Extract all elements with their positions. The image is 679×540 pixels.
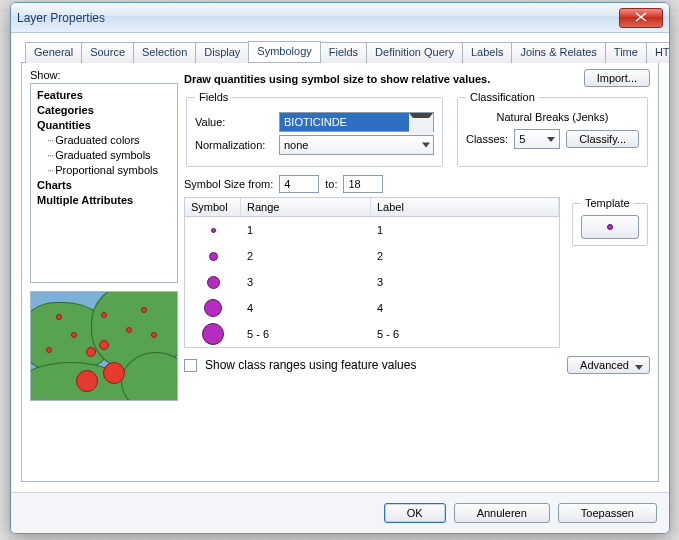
template-symbol-icon (607, 224, 613, 230)
show-group-multiple-attributes[interactable]: Multiple Attributes (37, 193, 171, 208)
tab-symbology[interactable]: Symbology (248, 41, 320, 62)
table-row[interactable]: 5 - 65 - 6 (185, 321, 559, 347)
col-range[interactable]: Range (241, 198, 371, 216)
show-item-proportional-symbols[interactable]: Proportional symbols (37, 163, 171, 178)
fields-legend: Fields (195, 91, 232, 103)
tab-html-popup[interactable]: HTML Popup (646, 42, 670, 63)
tab-time[interactable]: Time (605, 42, 647, 63)
normalization-label: Normalization: (195, 139, 273, 151)
tab-display[interactable]: Display (195, 42, 249, 63)
close-button[interactable] (619, 8, 663, 28)
symbol-icon (211, 228, 216, 233)
cancel-button[interactable]: Annuleren (454, 503, 550, 523)
tab-definition-query[interactable]: Definition Query (366, 42, 463, 63)
advanced-button[interactable]: Advanced (567, 356, 650, 374)
range-cell: 2 (241, 250, 371, 262)
value-combo-text: BIOTICINDE (284, 116, 347, 128)
window-title: Layer Properties (17, 11, 619, 25)
template-legend: Template (581, 197, 634, 209)
show-item-graduated-colors[interactable]: Graduated colors (37, 133, 171, 148)
tab-general[interactable]: General (25, 42, 82, 63)
tab-joins-relates[interactable]: Joins & Relates (511, 42, 605, 63)
show-group-features[interactable]: Features (37, 88, 171, 103)
range-cell: 3 (241, 276, 371, 288)
classification-method: Natural Breaks (Jenks) (466, 111, 639, 123)
show-ranges-label: Show class ranges using feature values (205, 358, 416, 372)
dialog-body: GeneralSourceSelectionDisplaySymbologyFi… (11, 33, 669, 492)
table-row[interactable]: 22 (185, 243, 559, 269)
tab-labels[interactable]: Labels (462, 42, 512, 63)
titlebar[interactable]: Layer Properties (11, 3, 669, 33)
col-label[interactable]: Label (371, 198, 559, 216)
classes-table[interactable]: Symbol Range Label 112233445 - 65 - 6 (184, 197, 560, 348)
value-combo[interactable]: BIOTICINDE (279, 112, 434, 132)
description-text: Draw quantities using symbol size to sho… (184, 71, 584, 85)
symbol-size-to-input[interactable] (343, 175, 383, 193)
classification-legend: Classification (466, 91, 539, 103)
symbol-icon (202, 323, 224, 345)
left-column: Show: FeaturesCategoriesQuantitiesGradua… (30, 69, 178, 473)
show-group-categories[interactable]: Categories (37, 103, 171, 118)
label-cell: 3 (371, 276, 559, 288)
classification-group: Classification Natural Breaks (Jenks) Cl… (457, 91, 648, 167)
map-preview (30, 291, 178, 401)
apply-button[interactable]: Toepassen (558, 503, 657, 523)
chevron-down-icon (547, 137, 555, 142)
table-row[interactable]: 33 (185, 269, 559, 295)
show-item-graduated-symbols[interactable]: Graduated symbols (37, 148, 171, 163)
show-label: Show: (30, 69, 178, 81)
label-cell: 4 (371, 302, 559, 314)
table-row[interactable]: 11 (185, 217, 559, 243)
symbol-icon (204, 299, 222, 317)
symbol-size-to-label: to: (325, 178, 337, 190)
close-icon (635, 11, 647, 25)
symbol-size-from-label: Symbol Size from: (184, 178, 273, 190)
fields-group: Fields Value: BIOTICINDE Normalization: … (186, 91, 443, 167)
ok-button[interactable]: OK (384, 503, 446, 523)
range-cell: 1 (241, 224, 371, 236)
tab-symbology: Show: FeaturesCategoriesQuantitiesGradua… (21, 63, 659, 482)
template-swatch[interactable] (581, 215, 639, 239)
symbol-icon (209, 252, 218, 261)
symbol-size-from-input[interactable] (279, 175, 319, 193)
show-ranges-checkbox[interactable] (184, 359, 197, 372)
range-cell: 5 - 6 (241, 328, 371, 340)
symbol-icon (207, 276, 220, 289)
label-cell: 1 (371, 224, 559, 236)
tabstrip: GeneralSourceSelectionDisplaySymbologyFi… (21, 41, 659, 63)
show-group-quantities[interactable]: Quantities (37, 118, 171, 133)
value-label: Value: (195, 116, 273, 128)
label-cell: 5 - 6 (371, 328, 559, 340)
classify-button[interactable]: Classify... (566, 130, 639, 148)
classes-combo-text: 5 (519, 133, 525, 145)
dialog-button-row: OK Annuleren Toepassen (11, 492, 669, 533)
tab-source[interactable]: Source (81, 42, 134, 63)
import-button[interactable]: Import... (584, 69, 650, 87)
layer-properties-dialog: Layer Properties GeneralSourceSelectionD… (10, 2, 670, 534)
classes-combo[interactable]: 5 (514, 129, 560, 149)
template-group: Template (572, 197, 648, 246)
show-tree[interactable]: FeaturesCategoriesQuantitiesGraduated co… (30, 83, 178, 283)
label-cell: 2 (371, 250, 559, 262)
chevron-down-icon (422, 143, 430, 148)
classes-label: Classes: (466, 133, 508, 145)
range-cell: 4 (241, 302, 371, 314)
table-row[interactable]: 44 (185, 295, 559, 321)
col-symbol[interactable]: Symbol (185, 198, 241, 216)
normalization-combo[interactable]: none (279, 135, 434, 155)
right-column: Draw quantities using symbol size to sho… (184, 69, 650, 473)
show-group-charts[interactable]: Charts (37, 178, 171, 193)
tab-fields[interactable]: Fields (320, 42, 367, 63)
tab-selection[interactable]: Selection (133, 42, 196, 63)
normalization-combo-text: none (284, 139, 308, 151)
